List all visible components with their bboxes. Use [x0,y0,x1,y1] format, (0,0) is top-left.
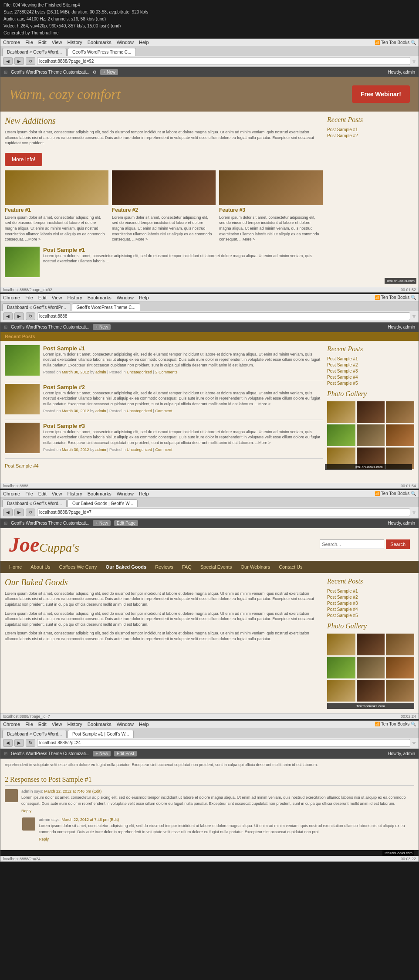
address-bar-3[interactable]: localhost:8888/?page_id=7 [37,509,410,516]
menu-view-2[interactable]: View [52,295,62,300]
rp-link-2-2[interactable]: Post Sample #2 [327,363,414,367]
menu-file-3[interactable]: File [25,491,33,496]
rp-link-3-4[interactable]: Post Sample #4 [327,607,414,612]
menu-history-2[interactable]: History [67,295,82,300]
tab-theme-1[interactable]: Geoff's WordPress Theme C... [68,48,136,56]
tab-dashboard-2[interactable]: Dashboard « Geoff's WordPr... [2,303,71,311]
menu-edit[interactable]: Edit [38,40,47,45]
post-title-2b[interactable]: Post Sample #2 [43,384,323,390]
menu-help[interactable]: Help [139,40,149,45]
address-bar-2[interactable]: localhost:8888 [37,312,410,320]
bookmark-star-2[interactable]: ☆ [412,314,416,319]
search-btn-3[interactable]: Search [386,539,410,549]
post-comments-2a[interactable]: 2 Comments [155,370,177,374]
recent-post-link-1[interactable]: Post Sample #1 [327,127,414,132]
menu-chrome-4[interactable]: Chrome [3,722,20,727]
new-btn-3[interactable]: + New [93,520,111,526]
tab-post-sample[interactable]: Post Sample #1 | Geoff's W... [68,730,134,738]
bookmark-star-1[interactable]: ☆ [412,59,416,64]
menu-chrome-3[interactable]: Chrome [3,491,20,496]
menu-history[interactable]: History [67,40,82,45]
menu-view-4[interactable]: View [52,722,62,727]
forward-btn-2[interactable]: ▶ [14,312,24,320]
nav-home-3[interactable]: Home [5,561,26,573]
refresh-btn-2[interactable]: ↻ [26,312,35,320]
menu-bookmarks-4[interactable]: Bookmarks [88,722,112,727]
menu-window-3[interactable]: Window [117,491,134,496]
nav-webinars-3[interactable]: Our Webinars [237,561,275,573]
comment-edit-2[interactable]: (Edit) [110,817,119,822]
menu-help-4[interactable]: Help [139,722,149,727]
post-author-2b[interactable]: admin [95,409,106,413]
customize-icon-1[interactable]: ⚙ [93,70,97,75]
rp-link-2-5[interactable]: Post Sample #5 [327,381,414,386]
back-btn-4[interactable]: ◀ [3,739,13,747]
new-btn-2[interactable]: + New [93,324,111,330]
search-input-3[interactable] [320,539,384,549]
post-comments-2c[interactable]: Comment [155,448,172,452]
nav-reviews-3[interactable]: Reviews [151,561,178,573]
comment-date-2[interactable]: March 22, 2012 at 7:46 pm [62,817,109,822]
post-author-2c[interactable]: admin [95,448,106,452]
menu-help-2[interactable]: Help [139,295,149,300]
bookmark-star-3[interactable]: ☆ [412,510,416,515]
comment-date-1[interactable]: March 22, 2012 at 7:46 pm [44,789,91,793]
menu-file[interactable]: File [25,40,33,45]
post-title-2a[interactable]: Post Sample #1 [43,345,323,352]
nav-contact-us-3[interactable]: Contact Us [274,561,307,573]
forward-btn-4[interactable]: ▶ [14,739,24,747]
forward-btn-3[interactable]: ▶ [14,509,24,516]
address-bar-1[interactable]: localhost:8888/?page_id=92 [37,57,410,65]
menu-file-2[interactable]: File [25,295,33,300]
rp-link-2-1[interactable]: Post Sample #1 [327,356,414,361]
post-title-2c[interactable]: Post Sample #3 [43,423,323,429]
edit-page-btn-3[interactable]: Edit Page [114,520,138,526]
menu-bookmarks-3[interactable]: Bookmarks [88,491,112,496]
post-cat-2a[interactable]: Uncategorized [127,370,152,374]
menu-chrome[interactable]: Chrome [3,40,20,45]
tab-theme-2[interactable]: Geoff's WordPress Theme C... [72,303,140,311]
rp-link-2-4[interactable]: Post Sample #4 [327,375,414,380]
new-btn-4[interactable]: + New [93,751,111,756]
back-btn-1[interactable]: ◀ [3,57,13,65]
tab-dashboard-3[interactable]: Dashboard « Geoff's Word... [2,499,67,507]
rp-link-3-3[interactable]: Post Sample #3 [327,601,414,606]
menu-bookmarks-2[interactable]: Bookmarks [88,295,112,300]
edit-post-btn-4[interactable]: Edit Post [114,751,137,756]
menu-edit-3[interactable]: Edit [38,491,47,496]
menu-file-4[interactable]: File [25,722,33,727]
comment-edit-1[interactable]: (Edit) [92,789,102,793]
post-cat-2c[interactable]: Uncategorized [127,448,152,452]
refresh-btn-4[interactable]: ↻ [26,739,35,747]
new-btn-1[interactable]: + New [100,69,118,75]
nav-faq-3[interactable]: FAQ [178,561,196,573]
rp-link-2-3[interactable]: Post Sample #3 [327,369,414,373]
recent-post-link-2[interactable]: Post Sample #2 [327,133,414,138]
rp-link-3-5[interactable]: Post Sample #5 [327,613,414,618]
post-date-2a[interactable]: March 30, 2012 [62,370,89,374]
menu-view-3[interactable]: View [52,491,62,496]
menu-view[interactable]: View [52,40,62,45]
post-author-2a[interactable]: admin [95,370,106,374]
post-cat-2b[interactable]: Uncategorized [127,409,152,413]
menu-window-4[interactable]: Window [117,722,134,727]
address-bar-4[interactable]: localhost:8888/?p=24 [37,739,410,747]
post-date-2b[interactable]: March 30, 2012 [62,409,89,413]
tab-baked-goods[interactable]: Our Baked Goods | Geoff's W... [68,499,138,507]
nav-baked-goods-3[interactable]: Our Baked Goods [101,561,151,573]
nav-coffees-3[interactable]: Coffees We Carry [55,561,101,573]
refresh-btn-1[interactable]: ↻ [26,57,35,65]
nav-events-3[interactable]: Special Events [196,561,237,573]
comment-reply-1[interactable]: Reply [21,809,31,813]
webinar-btn-1[interactable]: Free Webinar! [352,85,410,103]
menu-chrome-2[interactable]: Chrome [3,295,20,300]
post-comments-2b[interactable]: Comment [155,409,172,413]
tab-dashboard-1[interactable]: Dashboard « Geoff's Word... [2,48,67,56]
back-btn-3[interactable]: ◀ [3,509,13,516]
menu-window[interactable]: Window [117,40,134,45]
comment-reply-2[interactable]: Reply [39,837,49,841]
more-info-btn-1[interactable]: More Info! [5,153,42,166]
rp-link-3-1[interactable]: Post Sample #1 [327,589,414,593]
tab-dashboard-4[interactable]: Dashboard « Geoff's Word... [2,730,67,738]
menu-help-3[interactable]: Help [139,491,149,496]
